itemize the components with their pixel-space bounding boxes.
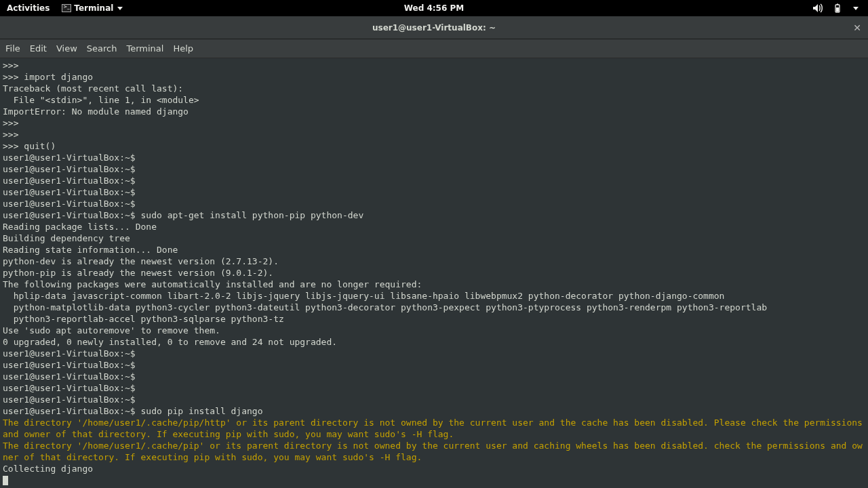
- terminal-line: user1@user1-VirtualBox:~$: [3, 152, 865, 163]
- terminal-line: The directory '/home/user1/.cache/pip/ht…: [3, 417, 865, 440]
- terminal-line: user1@user1-VirtualBox:~$: [3, 394, 865, 405]
- terminal-line: python-matplotlib-data python3-cycler py…: [3, 302, 865, 313]
- terminal-line: >>>: [3, 117, 865, 129]
- volume-icon[interactable]: [812, 3, 823, 13]
- window-title: user1@user1-VirtualBox: ~: [372, 23, 496, 33]
- activities-button[interactable]: Activities: [7, 3, 50, 13]
- terminal-line: >>>: [3, 60, 865, 71]
- app-menu-label: Terminal: [74, 3, 113, 13]
- terminal-line: Building dependency tree: [3, 232, 865, 244]
- terminal-line: Reading package lists... Done: [3, 221, 865, 232]
- terminal-line: user1@user1-VirtualBox:~$ sudo pip insta…: [3, 405, 865, 417]
- menu-search[interactable]: Search: [87, 43, 117, 54]
- terminal-line: user1@user1-VirtualBox:~$: [3, 198, 865, 209]
- app-menu[interactable]: Terminal: [62, 3, 123, 13]
- menubar: File Edit View Search Terminal Help: [0, 39, 868, 58]
- terminal-line: user1@user1-VirtualBox:~$ sudo apt-get i…: [3, 209, 865, 221]
- terminal-line: File "<stdin>", line 1, in <module>: [3, 94, 865, 106]
- menu-terminal[interactable]: Terminal: [126, 43, 163, 54]
- battery-icon[interactable]: [833, 3, 842, 13]
- terminal-line: user1@user1-VirtualBox:~$: [3, 359, 865, 371]
- terminal-line: user1@user1-VirtualBox:~$: [3, 348, 865, 359]
- menu-help[interactable]: Help: [173, 43, 193, 54]
- terminal-line: Reading state information... Done: [3, 244, 865, 256]
- clock[interactable]: Wed 4:56 PM: [404, 3, 464, 13]
- terminal-line: user1@user1-VirtualBox:~$: [3, 163, 865, 175]
- menu-file[interactable]: File: [5, 43, 20, 54]
- terminal-line: 0 upgraded, 0 newly installed, 0 to remo…: [3, 336, 865, 348]
- svg-rect-1: [836, 7, 839, 12]
- terminal-line: python3-reportlab-accel python3-sqlparse…: [3, 313, 865, 325]
- terminal-line: The following packages were automaticall…: [3, 279, 865, 290]
- terminal-line: Use 'sudo apt autoremove' to remove them…: [3, 325, 865, 336]
- close-button[interactable]: ✕: [853, 23, 861, 33]
- terminal-line: Traceback (most recent call last):: [3, 83, 865, 94]
- terminal-line: >>> import django: [3, 71, 865, 83]
- terminal-line: The directory '/home/user1/.cache/pip' o…: [3, 440, 865, 463]
- terminal-cursor-line: [3, 474, 865, 486]
- svg-rect-2: [837, 4, 838, 5]
- terminal-line: ImportError: No module named django: [3, 106, 865, 117]
- terminal-line: hplip-data javascript-common libart-2.0-…: [3, 290, 865, 302]
- terminal-line: python-pip is already the newest version…: [3, 267, 865, 279]
- terminal-line: >>> quit(): [3, 140, 865, 152]
- terminal-line: python-dev is already the newest version…: [3, 256, 865, 267]
- terminal-line: Collecting django: [3, 463, 865, 474]
- terminal-line: user1@user1-VirtualBox:~$: [3, 371, 865, 382]
- terminal-line: >>>: [3, 129, 865, 140]
- chevron-down-icon: [117, 7, 123, 10]
- terminal-line: user1@user1-VirtualBox:~$: [3, 175, 865, 186]
- menu-edit[interactable]: Edit: [30, 43, 47, 54]
- menu-view[interactable]: View: [56, 43, 77, 54]
- terminal-line: user1@user1-VirtualBox:~$: [3, 186, 865, 198]
- gnome-topbar: Activities Terminal Wed 4:56 PM: [0, 0, 868, 16]
- terminal-output[interactable]: >>> >>> import djangoTraceback (most rec…: [0, 58, 868, 488]
- window-titlebar[interactable]: user1@user1-VirtualBox: ~ ✕: [0, 16, 868, 39]
- terminal-icon: [62, 4, 71, 12]
- system-menu-chevron-icon[interactable]: [853, 7, 859, 10]
- cursor-icon: [3, 476, 8, 485]
- terminal-line: user1@user1-VirtualBox:~$: [3, 382, 865, 394]
